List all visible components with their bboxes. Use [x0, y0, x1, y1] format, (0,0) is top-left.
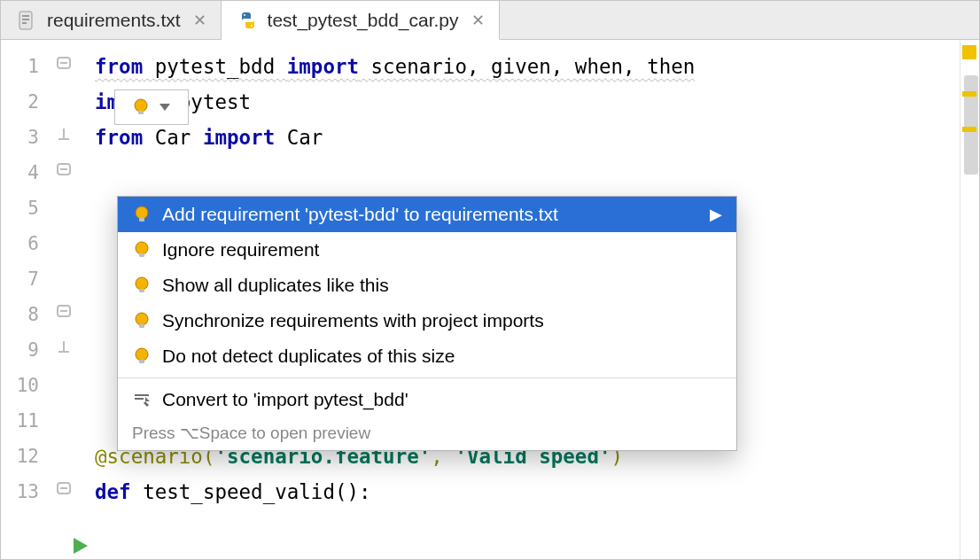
- code-line[interactable]: from Car import Car: [95, 120, 960, 155]
- intention-item-label: Synchronize requirements with project im…: [162, 310, 544, 331]
- chevron-down-icon: [158, 100, 172, 114]
- editor-tabs: requirements.txt ✕ test_pytest_bdd_car.p…: [1, 1, 979, 40]
- intention-bulb-button[interactable]: [114, 89, 189, 125]
- fold-end-icon[interactable]: [54, 128, 74, 147]
- error-stripe[interactable]: [960, 40, 979, 559]
- fold-handle-icon[interactable]: [54, 57, 74, 76]
- intention-item-add-requirement[interactable]: Add requirement 'pytest-bdd' to requirem…: [118, 197, 736, 232]
- run-icon[interactable]: [70, 536, 89, 556]
- line-number-gutter: 1 2 3 4 5 6 7 8 9 10 11 12 13: [1, 40, 54, 559]
- fold-gutter: [54, 40, 95, 559]
- line-number: 11: [1, 403, 53, 439]
- intention-item-convert-import[interactable]: Convert to 'import pytest_bdd': [118, 382, 736, 417]
- line-number: 4: [1, 155, 53, 191]
- code-line[interactable]: from pytest_bdd import scenario, given, …: [95, 49, 960, 84]
- edit-icon: [132, 390, 152, 409]
- warning-marker[interactable]: [962, 91, 976, 97]
- fold-end-icon[interactable]: [54, 340, 74, 360]
- intention-item-show-duplicates[interactable]: Show all duplicates like this: [118, 268, 736, 303]
- editor-window: requirements.txt ✕ test_pytest_bdd_car.p…: [0, 0, 980, 560]
- intention-item-label: Ignore requirement: [162, 239, 319, 261]
- popup-hint: Press ⌥Space to open preview: [118, 417, 736, 450]
- fold-handle-icon[interactable]: [54, 163, 74, 183]
- submenu-arrow-icon: ▶: [710, 205, 722, 224]
- line-number: 8: [1, 297, 53, 332]
- separator: [118, 377, 736, 378]
- lightbulb-icon: [132, 276, 152, 295]
- line-number: 9: [1, 332, 53, 368]
- line-number: 10: [1, 368, 53, 403]
- line-number: 5: [1, 191, 53, 226]
- code-line[interactable]: [95, 155, 960, 191]
- tab-test-pytest-bdd-car[interactable]: test_pytest_bdd_car.py ✕: [222, 1, 500, 40]
- lightbulb-icon: [132, 311, 152, 331]
- line-number: 6: [1, 226, 53, 261]
- close-icon[interactable]: ✕: [193, 11, 206, 30]
- tab-label: test_pytest_bdd_car.py: [268, 10, 459, 31]
- code-line[interactable]: import pytest: [95, 84, 960, 120]
- warning-marker[interactable]: [962, 127, 976, 132]
- intention-item-label: Do not detect duplicates of this size: [162, 346, 455, 367]
- lightbulb-icon: [131, 97, 151, 117]
- intention-item-do-not-detect-duplicates[interactable]: Do not detect duplicates of this size: [118, 338, 736, 374]
- intention-item-label: Convert to 'import pytest_bdd': [162, 389, 408, 410]
- intention-item-ignore-requirement[interactable]: Ignore requirement: [118, 232, 736, 268]
- lightbulb-icon: [132, 205, 152, 224]
- intention-item-label: Show all duplicates like this: [162, 275, 389, 296]
- intention-item-synchronize-requirements[interactable]: Synchronize requirements with project im…: [118, 303, 736, 338]
- tab-requirements[interactable]: requirements.txt ✕: [1, 1, 222, 39]
- lightbulb-icon: [132, 240, 152, 260]
- overall-status-marker[interactable]: [962, 45, 976, 59]
- lightbulb-icon: [132, 346, 152, 366]
- fold-handle-icon[interactable]: [54, 482, 74, 502]
- python-file-icon: [237, 10, 259, 31]
- intention-item-label: Add requirement 'pytest-bdd' to requirem…: [162, 204, 558, 225]
- close-icon[interactable]: ✕: [471, 11, 485, 30]
- code-line[interactable]: def test_speed_valid():: [95, 474, 960, 509]
- text-file-icon: [17, 10, 38, 31]
- editor-body: 1 2 3 4 5 6 7 8 9 10 11 12 13: [1, 40, 979, 559]
- line-number: 2: [1, 84, 53, 120]
- line-number: 12: [1, 439, 53, 474]
- intention-actions-popup: Add requirement 'pytest-bdd' to requirem…: [117, 196, 737, 451]
- tab-label: requirements.txt: [47, 10, 181, 31]
- line-number: 1: [1, 49, 53, 84]
- line-number: 13: [1, 474, 53, 509]
- fold-handle-icon[interactable]: [54, 305, 74, 324]
- scrollbar-thumb[interactable]: [964, 75, 978, 175]
- line-number: 3: [1, 120, 53, 155]
- line-number: 7: [1, 261, 53, 297]
